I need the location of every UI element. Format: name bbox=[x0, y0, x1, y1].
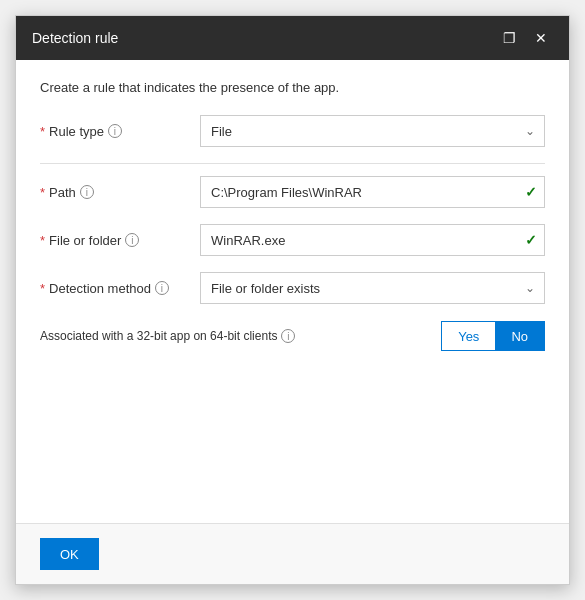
detection-method-select[interactable]: File or folder exists Date modified Date… bbox=[200, 272, 545, 304]
dialog-header: Detection rule ❐ ✕ bbox=[16, 16, 569, 60]
file-or-folder-label: * File or folder i bbox=[40, 233, 200, 248]
yes-button[interactable]: Yes bbox=[442, 322, 495, 350]
rule-type-select[interactable]: File Registry MSI product code Script bbox=[200, 115, 545, 147]
dialog-body: Create a rule that indicates the presenc… bbox=[16, 60, 569, 523]
rule-type-label-text: Rule type bbox=[49, 124, 104, 139]
no-button[interactable]: No bbox=[495, 322, 544, 350]
dialog-footer: OK bbox=[16, 523, 569, 584]
required-star: * bbox=[40, 124, 45, 139]
associated-32bit-group: Associated with a 32-bit app on 64-bit c… bbox=[40, 320, 545, 352]
detection-method-info-icon[interactable]: i bbox=[155, 281, 169, 295]
detection-method-control: File or folder exists Date modified Date… bbox=[200, 272, 545, 304]
path-input[interactable] bbox=[200, 176, 545, 208]
rule-type-info-icon[interactable]: i bbox=[108, 124, 122, 138]
subtitle: Create a rule that indicates the presenc… bbox=[40, 80, 545, 95]
path-group: * Path i ✓ bbox=[40, 176, 545, 208]
ok-button[interactable]: OK bbox=[40, 538, 99, 570]
path-control: ✓ bbox=[200, 176, 545, 208]
associated-32bit-label-text: Associated with a 32-bit app on 64-bit c… bbox=[40, 329, 277, 343]
detection-method-select-wrapper: File or folder exists Date modified Date… bbox=[200, 272, 545, 304]
associated-32bit-info-icon[interactable]: i bbox=[281, 329, 295, 343]
required-star-detection: * bbox=[40, 281, 45, 296]
path-check-icon: ✓ bbox=[525, 184, 537, 200]
file-or-folder-input-wrapper: ✓ bbox=[200, 224, 545, 256]
divider-1 bbox=[40, 163, 545, 164]
rule-type-group: * Rule type i File Registry MSI product … bbox=[40, 115, 545, 147]
close-button[interactable]: ✕ bbox=[529, 26, 553, 50]
associated-32bit-label: Associated with a 32-bit app on 64-bit c… bbox=[40, 329, 441, 343]
file-or-folder-check-icon: ✓ bbox=[525, 232, 537, 248]
dialog-title: Detection rule bbox=[32, 30, 118, 46]
header-controls: ❐ ✕ bbox=[497, 26, 553, 50]
file-or-folder-label-text: File or folder bbox=[49, 233, 121, 248]
detection-rule-dialog: Detection rule ❐ ✕ Create a rule that in… bbox=[15, 15, 570, 585]
path-input-wrapper: ✓ bbox=[200, 176, 545, 208]
rule-type-label: * Rule type i bbox=[40, 124, 200, 139]
path-label-text: Path bbox=[49, 185, 76, 200]
detection-method-label: * Detection method i bbox=[40, 281, 200, 296]
detection-method-label-text: Detection method bbox=[49, 281, 151, 296]
file-or-folder-info-icon[interactable]: i bbox=[125, 233, 139, 247]
rule-type-control: File Registry MSI product code Script ⌄ bbox=[200, 115, 545, 147]
path-info-icon[interactable]: i bbox=[80, 185, 94, 199]
required-star-path: * bbox=[40, 185, 45, 200]
required-star-file: * bbox=[40, 233, 45, 248]
file-or-folder-input[interactable] bbox=[200, 224, 545, 256]
file-or-folder-group: * File or folder i ✓ bbox=[40, 224, 545, 256]
rule-type-select-wrapper: File Registry MSI product code Script ⌄ bbox=[200, 115, 545, 147]
restore-button[interactable]: ❐ bbox=[497, 26, 521, 50]
path-label: * Path i bbox=[40, 185, 200, 200]
file-or-folder-control: ✓ bbox=[200, 224, 545, 256]
detection-method-group: * Detection method i File or folder exis… bbox=[40, 272, 545, 304]
yes-no-toggle: Yes No bbox=[441, 321, 545, 351]
